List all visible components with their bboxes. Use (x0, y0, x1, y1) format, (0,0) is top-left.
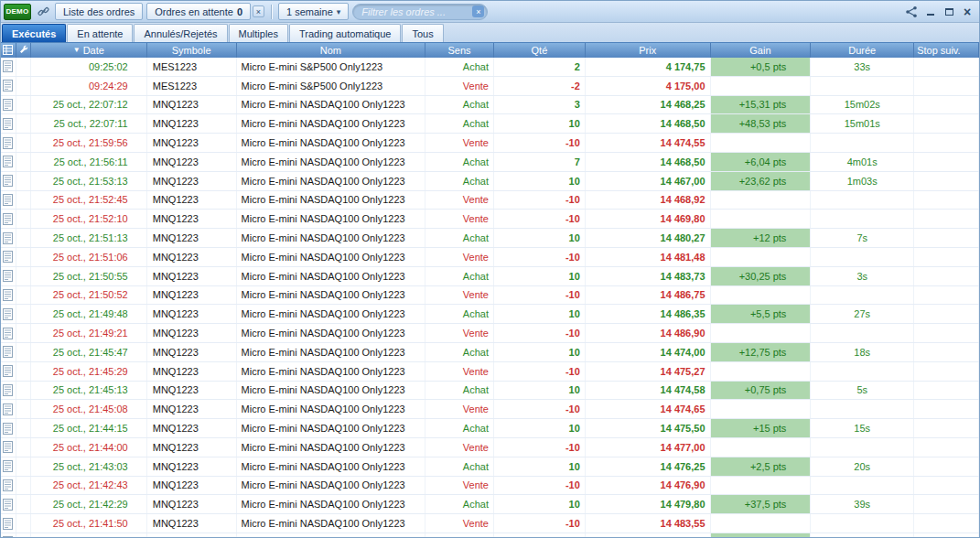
order-form-icon[interactable] (1, 229, 16, 247)
column-header-trailing-stop[interactable]: Stop suiv. (914, 43, 979, 58)
clear-filter-button[interactable]: × (472, 5, 484, 17)
order-row[interactable]: 25 oct., 22:07:11MNQ1223Micro E-mini NAS… (1, 114, 979, 134)
order-form-icon[interactable] (1, 305, 16, 323)
order-form-icon[interactable] (1, 248, 16, 266)
cell-name: Micro E-mini NASDAQ100 Only1223 (237, 229, 426, 247)
order-form-icon[interactable] (1, 77, 16, 95)
tab-executes[interactable]: Exécutés (2, 24, 66, 42)
order-row[interactable]: 25 oct., 21:50:55MNQ1223Micro E-mini NAS… (1, 267, 979, 286)
order-form-icon[interactable] (1, 96, 16, 114)
order-form-icon[interactable] (1, 514, 16, 533)
period-select[interactable]: 1 semaine ▾ (278, 3, 349, 20)
order-form-icon[interactable] (1, 210, 16, 228)
pending-orders-close-button[interactable]: × (253, 5, 264, 17)
order-form-icon[interactable] (1, 267, 16, 285)
order-form-icon[interactable] (1, 324, 16, 342)
cell-price: 14 481,48 (586, 248, 711, 266)
column-header-side[interactable]: Sens (425, 43, 494, 58)
order-form-icon[interactable] (1, 114, 16, 133)
order-form-icon[interactable] (1, 457, 16, 476)
cell-date: 25 oct., 21:51:06 (31, 248, 147, 266)
filter-input[interactable] (361, 6, 472, 17)
pending-orders-button[interactable]: Ordres en attente 0 (146, 3, 251, 20)
order-row[interactable]: 25 oct., 21:51:13MNQ1223Micro E-mini NAS… (1, 229, 979, 248)
column-header-date[interactable]: ▼Date (31, 43, 147, 58)
order-form-icon[interactable] (1, 172, 16, 190)
order-form-icon[interactable] (1, 191, 16, 210)
column-header-settings[interactable] (16, 43, 31, 58)
close-button[interactable]: × (960, 4, 975, 20)
order-form-icon[interactable] (1, 286, 16, 305)
order-form-icon[interactable] (1, 533, 16, 537)
order-row[interactable]: 25 oct., 21:59:56MNQ1223Micro E-mini NAS… (1, 134, 979, 153)
order-row[interactable]: 25 oct., 21:56:11MNQ1223Micro E-mini NAS… (1, 153, 979, 172)
minimize-button[interactable] (923, 4, 938, 20)
cell-name: Micro E-mini NASDAQ100 Only1223 (237, 457, 426, 476)
order-row[interactable]: 25 oct., 21:49:48MNQ1223Micro E-mini NAS… (1, 305, 979, 324)
order-row[interactable]: 09:24:29MES1223Micro E-mini S&P500 Only1… (1, 77, 979, 96)
cell-symbol: MNQ1223 (147, 382, 237, 400)
order-form-icon[interactable] (1, 362, 16, 381)
order-row[interactable]: 25 oct., 21:43:03MNQ1223Micro E-mini NAS… (1, 457, 979, 477)
cell-duration: 4m01s (811, 153, 914, 171)
order-row[interactable]: 25 oct., 21:44:00MNQ1223Micro E-mini NAS… (1, 438, 979, 457)
cell-duration (811, 477, 914, 495)
order-row[interactable]: 25 oct., 21:53:13MNQ1223Micro E-mini NAS… (1, 172, 979, 191)
order-row[interactable]: 25 oct., 21:41:50MNQ1223Micro E-mini NAS… (1, 514, 979, 533)
cell-blank (16, 477, 31, 495)
order-row[interactable]: 25 oct., 21:52:45MNQ1223Micro E-mini NAS… (1, 191, 979, 210)
order-row[interactable]: 25 oct., 21:51:06MNQ1223Micro E-mini NAS… (1, 248, 979, 267)
order-row[interactable]: 25 oct., 21:42:43MNQ1223Micro E-mini NAS… (1, 477, 979, 496)
order-form-icon[interactable] (1, 438, 16, 457)
order-row[interactable]: 25 oct., 22:07:12MNQ1223Micro E-mini NAS… (1, 96, 979, 115)
column-header-name[interactable]: Nom (237, 43, 426, 58)
tab-annules-rejetes[interactable]: Annulés/Rejetés (134, 24, 227, 42)
cell-date: 25 oct., 21:45:29 (31, 362, 147, 381)
tab-tous[interactable]: Tous (402, 24, 443, 42)
order-row[interactable]: 25 oct., 21:45:13MNQ1223Micro E-mini NAS… (1, 382, 979, 401)
order-form-icon[interactable] (1, 58, 16, 76)
tab-trading-automatique[interactable]: Trading automatique (289, 24, 402, 42)
order-form-icon[interactable] (1, 400, 16, 418)
cell-trailing-stop (914, 514, 979, 533)
orders-list-button[interactable]: Liste des ordres (55, 3, 143, 20)
order-form-icon[interactable] (1, 134, 16, 152)
order-row[interactable]: 25 oct., 21:45:29MNQ1223Micro E-mini NAS… (1, 362, 979, 382)
order-form-icon[interactable] (1, 419, 16, 437)
cell-side: Achat (425, 419, 494, 437)
order-form-icon[interactable] (1, 495, 16, 513)
order-row[interactable]: 25 oct., 21:49:21MNQ1223Micro E-mini NAS… (1, 324, 979, 343)
column-header-qty[interactable]: Qté (494, 43, 586, 58)
order-row[interactable]: 09:25:02MES1223Micro E-mini S&P500 Only1… (1, 58, 979, 77)
order-row[interactable]: 25 oct., 21:42:29MNQ1223Micro E-mini NAS… (1, 495, 979, 514)
column-header-symbol[interactable]: Symbole (147, 43, 237, 58)
order-row[interactable]: 25 oct., 21:52:10MNQ1223Micro E-mini NAS… (1, 210, 979, 229)
share-icon[interactable] (903, 4, 920, 20)
cell-price: 14 468,50 (586, 153, 711, 171)
link-icon[interactable] (35, 4, 51, 20)
order-form-icon[interactable] (1, 477, 16, 495)
order-row[interactable]: 25 oct., 21:45:08MNQ1223Micro E-mini NAS… (1, 400, 979, 419)
cell-symbol: MNQ1223 (147, 438, 237, 457)
column-header-duration[interactable]: Durée (811, 43, 914, 58)
order-row[interactable] (1, 533, 979, 537)
order-row[interactable]: 25 oct., 21:44:15MNQ1223Micro E-mini NAS… (1, 419, 979, 438)
order-form-icon[interactable] (1, 153, 16, 171)
cell-side: Achat (425, 172, 494, 190)
cell-blank (16, 248, 31, 266)
cell-date: 25 oct., 21:49:48 (31, 305, 147, 323)
column-header-price[interactable]: Prix (586, 43, 711, 58)
cell-trailing-stop (914, 210, 979, 228)
cell-symbol: MNQ1223 (147, 305, 237, 323)
column-header-gain[interactable]: Gain (711, 43, 812, 58)
order-form-icon[interactable] (1, 382, 16, 400)
cell-blank (16, 58, 31, 76)
order-form-icon[interactable] (1, 343, 16, 361)
column-header-row-icon[interactable] (1, 43, 16, 58)
cell-duration: 15s (811, 419, 914, 437)
tab-en-attente[interactable]: En attente (67, 24, 133, 42)
tab-multiples[interactable]: Multiples (229, 24, 288, 42)
maximize-button[interactable] (942, 4, 956, 20)
order-row[interactable]: 25 oct., 21:45:47MNQ1223Micro E-mini NAS… (1, 343, 979, 362)
order-row[interactable]: 25 oct., 21:50:52MNQ1223Micro E-mini NAS… (1, 286, 979, 306)
